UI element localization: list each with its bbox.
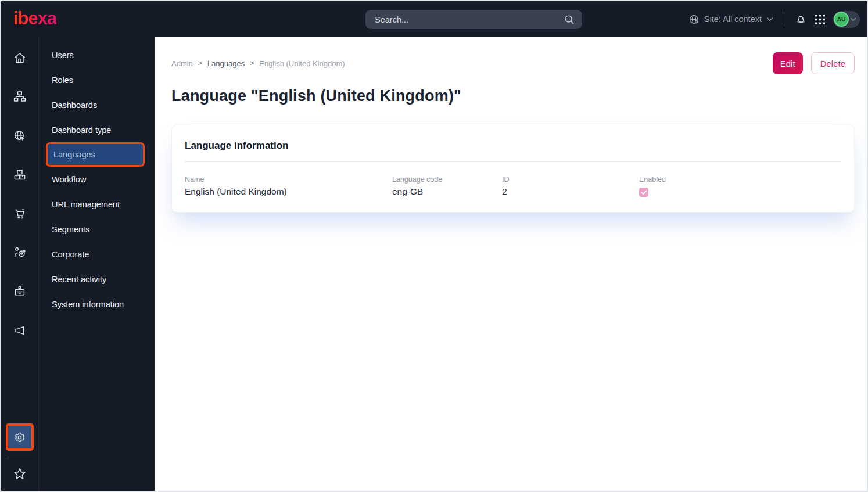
- nav-home[interactable]: [6, 48, 34, 68]
- sidebar-item-label: Segments: [52, 225, 89, 234]
- delete-button[interactable]: Delete: [811, 52, 855, 74]
- sidebar-item-dashboard-type[interactable]: Dashboard type: [39, 117, 155, 142]
- sidebar-item-recent-activity[interactable]: Recent activity: [39, 267, 155, 292]
- breadcrumb-separator: >: [198, 59, 202, 67]
- sidebar-item-label: Roles: [52, 76, 73, 85]
- chevron-down-icon: [850, 17, 856, 21]
- bookmarks-star-icon: [12, 466, 27, 482]
- sidebar-item-label: URL management: [52, 200, 120, 209]
- site-context-label: Site: All context: [704, 15, 762, 24]
- grid-apps-icon: [815, 15, 825, 24]
- sidebar-item-system-information[interactable]: System information: [39, 292, 155, 317]
- icon-rail-top: [6, 37, 34, 340]
- admin-gear-icon: [13, 430, 27, 444]
- sidebar-item-label: Corporate: [52, 250, 89, 259]
- field-language-code: Language code eng-GB: [392, 175, 502, 197]
- language-information-card: Language information Name English (Unite…: [171, 125, 855, 213]
- field-id: ID 2: [502, 175, 639, 197]
- chevron-down-icon: [766, 17, 773, 21]
- notifications-button[interactable]: [795, 13, 807, 26]
- globe-icon: [688, 14, 700, 25]
- rail-divider: [7, 457, 33, 457]
- admin-sidebar: Users Roles Dashboards Dashboard type La…: [38, 37, 155, 491]
- global-search[interactable]: [365, 10, 582, 29]
- sidebar-item-label: Dashboards: [52, 100, 97, 110]
- nav-site[interactable]: [6, 126, 34, 146]
- field-value: English (United Kingdom): [185, 186, 392, 197]
- breadcrumb-separator: >: [250, 59, 254, 67]
- top-bar: ibexa Site: All context: [1, 1, 867, 37]
- site-context-selector[interactable]: Site: All context: [688, 14, 773, 25]
- marketing-megaphone-icon: [13, 324, 27, 337]
- field-label: Language code: [392, 175, 502, 184]
- page-title: Language "English (United Kingdom)": [171, 87, 855, 105]
- icon-rail-bottom: [6, 423, 34, 491]
- header-actions: Edit Delete: [773, 52, 855, 74]
- sidebar-item-url-management[interactable]: URL management: [39, 192, 155, 217]
- site-globe-cursor-icon: [13, 129, 27, 143]
- field-name: Name English (United Kingdom): [185, 175, 392, 197]
- user-avatar: AU: [834, 12, 849, 27]
- corporate-badge-icon: [13, 285, 27, 299]
- nav-marketing[interactable]: [6, 321, 34, 340]
- icon-rail: [1, 37, 38, 491]
- app-window: ibexa Site: All context: [0, 0, 868, 492]
- breadcrumb: Admin > Languages > English (United King…: [171, 59, 345, 68]
- field-enabled: Enabled: [639, 175, 666, 197]
- field-label: Enabled: [639, 175, 666, 184]
- nav-personalization[interactable]: [6, 243, 34, 263]
- personalization-target-icon: [13, 246, 27, 260]
- content-structure-icon: [13, 90, 27, 104]
- sidebar-item-label: Dashboard type: [52, 125, 111, 135]
- nav-product-catalog[interactable]: [6, 165, 34, 185]
- search-icon[interactable]: [564, 14, 575, 26]
- sidebar-item-label: System information: [52, 300, 124, 309]
- topbar-right-group: Site: All context: [688, 1, 860, 37]
- breadcrumb-current: English (United Kingdom): [259, 59, 345, 68]
- sidebar-item-dashboards[interactable]: Dashboards: [39, 92, 155, 117]
- nav-corporate[interactable]: [6, 282, 34, 301]
- bell-icon: [795, 13, 807, 26]
- sidebar-item-segments[interactable]: Segments: [39, 217, 155, 242]
- nav-commerce[interactable]: [6, 204, 34, 224]
- edit-button[interactable]: Edit: [773, 52, 803, 74]
- search-input[interactable]: [375, 15, 564, 24]
- field-label: ID: [502, 175, 639, 184]
- sidebar-item-label: Users: [52, 51, 74, 60]
- sidebar-item-corporate[interactable]: Corporate: [39, 242, 155, 267]
- breadcrumb-admin: Admin: [171, 59, 193, 68]
- nav-content-structure[interactable]: [6, 87, 34, 107]
- nav-bookmarks[interactable]: [6, 464, 34, 484]
- sidebar-item-languages[interactable]: Languages: [46, 142, 145, 167]
- enabled-checkbox[interactable]: [639, 188, 648, 197]
- nav-admin[interactable]: [6, 423, 34, 451]
- user-menu[interactable]: AU: [833, 11, 860, 28]
- app-switcher-button[interactable]: [815, 15, 825, 24]
- sidebar-item-users[interactable]: Users: [39, 42, 155, 67]
- commerce-cart-icon: [13, 207, 27, 221]
- home-icon: [13, 51, 27, 65]
- field-value: eng-GB: [392, 186, 502, 197]
- field-label: Name: [185, 175, 392, 184]
- main-content: Admin > Languages > English (United King…: [155, 37, 867, 491]
- sidebar-item-roles[interactable]: Roles: [39, 67, 155, 92]
- topbar-divider: [784, 12, 784, 27]
- product-catalog-boxes-icon: [13, 168, 27, 182]
- sidebar-item-label: Languages: [53, 150, 95, 159]
- main-header: Admin > Languages > English (United King…: [171, 52, 855, 74]
- card-fields: Name English (United Kingdom) Language c…: [185, 162, 841, 212]
- ibexa-logo[interactable]: ibexa: [13, 8, 56, 29]
- card-title: Language information: [185, 125, 841, 161]
- breadcrumb-languages-link[interactable]: Languages: [207, 59, 245, 68]
- sidebar-item-label: Recent activity: [52, 275, 106, 284]
- sidebar-item-label: Workflow: [52, 175, 86, 184]
- field-value: 2: [502, 186, 639, 197]
- sidebar-item-workflow[interactable]: Workflow: [39, 167, 155, 192]
